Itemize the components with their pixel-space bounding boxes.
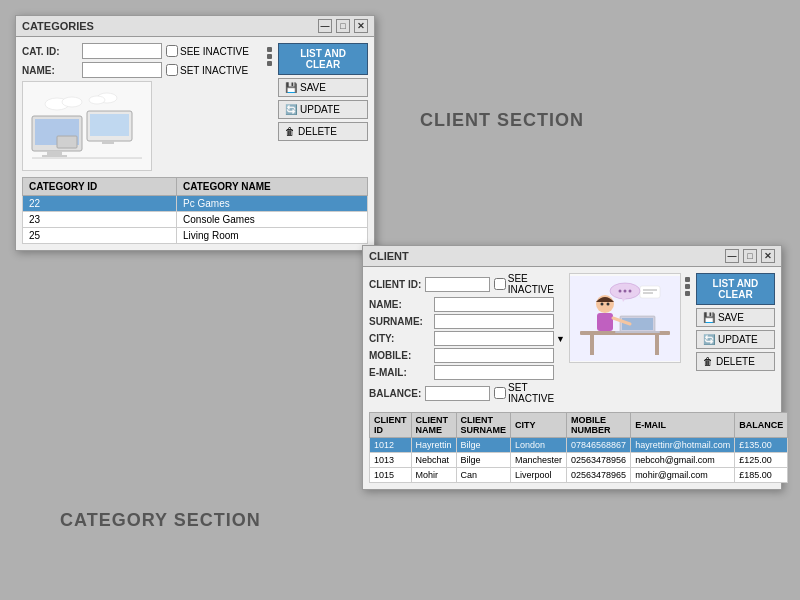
client-window-controls: — □ ✕ xyxy=(725,249,775,263)
client-set-inactive-checkbox[interactable] xyxy=(494,387,506,399)
table-row[interactable]: 25Living Room xyxy=(23,228,368,244)
client-close-button[interactable]: ✕ xyxy=(761,249,775,263)
svg-rect-2 xyxy=(47,151,62,155)
client-see-inactive-checkbox[interactable] xyxy=(494,278,506,290)
client-name-input[interactable] xyxy=(434,297,554,312)
client-id-input[interactable] xyxy=(425,277,490,292)
client-minimize-button[interactable]: — xyxy=(725,249,739,263)
see-inactive-checkbox[interactable] xyxy=(166,45,178,57)
svg-rect-5 xyxy=(90,114,129,136)
col-email: E-MAIL xyxy=(631,413,735,438)
table-row[interactable]: 1012HayrettinBilgeLondon07846568867hayre… xyxy=(370,438,788,453)
col-balance: BALANCE xyxy=(735,413,788,438)
client-illustration xyxy=(569,273,681,363)
delete-icon: 🗑 xyxy=(285,126,295,137)
svg-point-23 xyxy=(600,302,603,305)
svg-point-30 xyxy=(618,289,621,292)
client-name-label: NAME: xyxy=(369,299,434,310)
client-maximize-button[interactable]: □ xyxy=(743,249,757,263)
client-sidebar-dot-3 xyxy=(685,291,690,296)
table-row[interactable]: 22Pc Games xyxy=(23,196,368,212)
name-input[interactable] xyxy=(82,62,162,78)
update-button[interactable]: 🔄 UPDATE xyxy=(278,100,368,119)
client-list-and-clear-button[interactable]: LIST AND CLEAR xyxy=(696,273,775,305)
svg-rect-6 xyxy=(102,141,114,144)
list-and-clear-button[interactable]: LIST AND CLEAR xyxy=(278,43,368,75)
client-city-label: CITY: xyxy=(369,333,434,344)
client-window: CLIENT — □ ✕ CLIENT ID: SEE INACTIVE NAM xyxy=(362,245,782,490)
set-inactive-label: SET INACTIVE xyxy=(166,64,248,76)
see-inactive-label: SEE INACTIVE xyxy=(166,45,249,57)
cat-id-input[interactable] xyxy=(82,43,162,59)
svg-point-32 xyxy=(628,289,631,292)
minimize-button[interactable]: — xyxy=(318,19,332,33)
col-client-name: CLIENT NAME xyxy=(411,413,456,438)
col-client-id: CLIENT ID xyxy=(370,413,412,438)
client-titlebar: CLIENT — □ ✕ xyxy=(363,246,781,267)
svg-point-9 xyxy=(62,97,82,107)
client-mobile-input[interactable] xyxy=(434,348,554,363)
client-save-icon: 💾 xyxy=(703,312,715,323)
client-surname-label: SURNAME: xyxy=(369,316,434,327)
client-see-inactive: SEE INACTIVE xyxy=(494,273,565,295)
table-row[interactable]: 1013NebchatBilgeManchester02563478956neb… xyxy=(370,453,788,468)
cat-id-label: CAT. ID: xyxy=(22,46,82,57)
category-buttons: LIST AND CLEAR 💾 SAVE 🔄 UPDATE 🗑 DELETE xyxy=(278,43,368,171)
client-title: CLIENT xyxy=(369,250,409,262)
delete-button[interactable]: 🗑 DELETE xyxy=(278,122,368,141)
client-update-button[interactable]: 🔄 UPDATE xyxy=(696,330,775,349)
maximize-button[interactable]: □ xyxy=(336,19,350,33)
client-buttons: LIST AND CLEAR 💾 SAVE 🔄 UPDATE 🗑 DELETE xyxy=(696,273,775,406)
close-button[interactable]: ✕ xyxy=(354,19,368,33)
client-id-label: CLIENT ID: xyxy=(369,279,425,290)
client-balance-label: BALANCE: xyxy=(369,388,425,399)
client-section-label: CLIENT SECTION xyxy=(420,110,584,131)
svg-rect-21 xyxy=(597,313,613,331)
category-window: CATEGORIES — □ ✕ CAT. ID: SEE INACTIVE N xyxy=(15,15,375,251)
client-city-input[interactable] xyxy=(434,331,554,346)
client-balance-input[interactable] xyxy=(425,386,490,401)
category-titlebar: CATEGORIES — □ ✕ xyxy=(16,16,374,37)
category-section-label: CATEGORY SECTION xyxy=(60,510,261,531)
name-label: NAME: xyxy=(22,65,82,76)
client-email-label: E-MAIL: xyxy=(369,367,434,378)
table-row[interactable]: 1015MohirCanLiverpool02563478965mohir@gm… xyxy=(370,468,788,483)
window-controls: — □ ✕ xyxy=(318,19,368,33)
client-email-input[interactable] xyxy=(434,365,554,380)
sidebar-dot-2 xyxy=(267,54,272,59)
client-surname-input[interactable] xyxy=(434,314,554,329)
client-update-icon: 🔄 xyxy=(703,334,715,345)
client-svg xyxy=(570,276,680,361)
svg-rect-7 xyxy=(57,136,77,148)
client-sidebar-dot-2 xyxy=(685,284,690,289)
client-sidebar-dot-1 xyxy=(685,277,690,282)
category-image xyxy=(22,81,152,171)
update-icon: 🔄 xyxy=(285,104,297,115)
svg-point-24 xyxy=(606,302,609,305)
svg-point-11 xyxy=(89,96,105,104)
col-category-id: CATEGORY ID xyxy=(23,178,177,196)
col-client-surname: CLIENT SURNAME xyxy=(456,413,511,438)
col-city: CITY xyxy=(511,413,567,438)
save-button[interactable]: 💾 SAVE xyxy=(278,78,368,97)
svg-rect-3 xyxy=(42,155,67,157)
client-delete-icon: 🗑 xyxy=(703,356,713,367)
category-illustration xyxy=(27,86,147,166)
save-icon: 💾 xyxy=(285,82,297,93)
set-inactive-checkbox[interactable] xyxy=(166,64,178,76)
client-save-button[interactable]: 💾 SAVE xyxy=(696,308,775,327)
svg-rect-15 xyxy=(590,335,594,355)
client-table: CLIENT ID CLIENT NAME CLIENT SURNAME CIT… xyxy=(369,412,788,483)
svg-rect-19 xyxy=(615,331,660,333)
city-dropdown-icon[interactable]: ▼ xyxy=(556,334,565,344)
col-mobile: MOBILE NUMBER xyxy=(567,413,631,438)
client-delete-button[interactable]: 🗑 DELETE xyxy=(696,352,775,371)
table-row[interactable]: 23Console Games xyxy=(23,212,368,228)
category-title: CATEGORIES xyxy=(22,20,94,32)
svg-rect-25 xyxy=(640,286,660,298)
client-set-inactive: SET INACTIVE xyxy=(494,382,565,404)
svg-point-31 xyxy=(623,289,626,292)
sidebar-dot-1 xyxy=(267,47,272,52)
sidebar-dot-3 xyxy=(267,61,272,66)
col-category-name: CATEGORY NAME xyxy=(177,178,368,196)
